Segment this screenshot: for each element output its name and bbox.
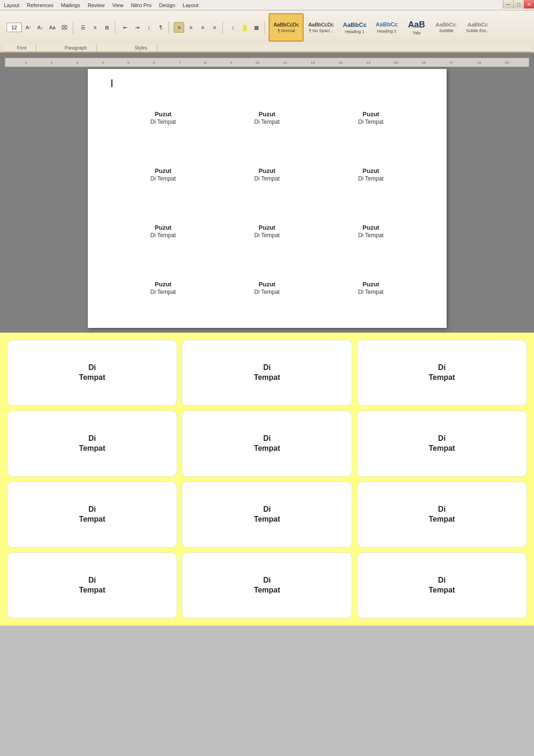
font-size-input[interactable] <box>7 23 22 32</box>
menu-review[interactable]: Review <box>88 2 105 8</box>
borders-btn[interactable]: ▦ <box>251 22 262 33</box>
maximize-btn[interactable]: □ <box>513 0 524 9</box>
style-subtitle-preview: AaBbCc. <box>435 22 457 27</box>
doc-cell-1-2: PuzutDi Tempat <box>319 148 423 205</box>
increase-indent-btn[interactable]: ⇥ <box>132 22 142 33</box>
style-h2-label: Heading 2 <box>377 29 396 34</box>
menu-design[interactable]: Design <box>159 2 175 8</box>
show-para-btn[interactable]: ¶ <box>155 22 166 33</box>
paragraph-section-label: Paragraph <box>36 44 97 52</box>
clear-format-btn[interactable]: ⌧ <box>59 22 70 33</box>
close-btn[interactable]: ✕ <box>524 0 534 9</box>
menu-references[interactable]: References <box>27 2 53 8</box>
sticker-cell-2-2: Di Tempat <box>357 481 527 548</box>
style-subtitle[interactable]: AaBbCc. Subtitle <box>431 13 461 42</box>
style-no-spacing[interactable]: AaBbCcDc ¶ No Spaci... <box>304 13 338 42</box>
doc-cell-subtitle-1-2: Di Tempat <box>358 175 384 182</box>
style-heading2[interactable]: AaBbCc Heading 2 <box>372 13 402 42</box>
font-section-label: Font <box>8 44 36 52</box>
styles-bar: AaBbCcDc ¶ Normal AaBbCcDc ¶ No Spaci...… <box>267 12 495 43</box>
sticker-text-3-2: Di Tempat <box>429 576 455 595</box>
menu-layout[interactable]: Layout <box>4 2 19 8</box>
text-cursor <box>111 79 112 87</box>
sticker-text-1-0: Di Tempat <box>79 434 105 454</box>
sticker-row-3: Di TempatDi TempatDi Tempat <box>5 550 529 621</box>
menu-bar: Layout References Mailings Review View N… <box>0 0 534 10</box>
align-center-btn[interactable]: ≡ <box>186 22 196 33</box>
window-controls: ─ □ ✕ <box>503 0 534 9</box>
doc-cell-0-2: PuzutDi Tempat <box>319 92 423 148</box>
doc-cell-title-1-2: Puzut <box>363 167 379 174</box>
sticker-row-2: Di TempatDi TempatDi Tempat <box>5 479 529 550</box>
numbering-btn[interactable]: ≡ <box>90 22 100 33</box>
sticker-text-0-2: Di Tempat <box>429 363 455 383</box>
doc-cell-0-1: PuzutDi Tempat <box>215 92 319 148</box>
doc-cell-1-1: PuzutDi Tempat <box>215 148 319 205</box>
doc-cell-title-2-2: Puzut <box>363 224 379 231</box>
style-subtle-em[interactable]: AaBbCc Subtle Em... <box>462 13 493 42</box>
minimize-btn[interactable]: ─ <box>503 0 513 9</box>
doc-page[interactable]: PuzutDi TempatPuzutDi TempatPuzutDi Temp… <box>88 69 447 328</box>
sticker-area: Di TempatDi TempatDi TempatDi TempatDi T… <box>0 333 534 626</box>
font-case-btn[interactable]: Aa <box>47 22 58 33</box>
menu-layout2[interactable]: Layout <box>183 2 198 8</box>
styles-section-label: Styles <box>97 44 157 52</box>
sticker-cell-0-2: Di Tempat <box>357 340 527 406</box>
sticker-cell-2-0: Di Tempat <box>7 481 177 548</box>
style-subtleem-label: Subtle Em... <box>466 28 489 33</box>
style-title-preview: AaB <box>408 20 425 30</box>
style-h1-label: Heading 1 <box>345 29 364 34</box>
style-normal-preview: AaBbCcDc <box>273 22 299 27</box>
doc-cell-0-0: PuzutDi Tempat <box>111 92 215 148</box>
style-heading1[interactable]: AaBbCc Heading 1 <box>339 13 371 42</box>
doc-cell-title-3-2: Puzut <box>363 281 379 288</box>
doc-cell-2-0: PuzutDi Tempat <box>111 205 215 262</box>
menu-nitropro[interactable]: Nitro Pro <box>131 2 151 8</box>
doc-cell-subtitle-2-2: Di Tempat <box>358 232 384 239</box>
doc-cell-title-3-1: Puzut <box>259 281 275 288</box>
sticker-row-0: Di TempatDi TempatDi Tempat <box>5 337 529 408</box>
doc-cell-title-2-1: Puzut <box>259 224 275 231</box>
font-size-group: A↑ A↓ Aa ⌧ <box>4 21 73 34</box>
document-label-grid: PuzutDi TempatPuzutDi TempatPuzutDi Temp… <box>111 92 423 318</box>
sticker-cell-3-0: Di Tempat <box>7 552 177 619</box>
doc-cell-2-2: PuzutDi Tempat <box>319 205 423 262</box>
sticker-cell-0-1: Di Tempat <box>182 340 352 406</box>
multilevel-btn[interactable]: ⊞ <box>102 22 112 33</box>
sticker-grid: Di TempatDi TempatDi TempatDi TempatDi T… <box>5 337 529 621</box>
doc-area: ·1· 2·3 ·4· 5·6 ·7· 8·9 ·10· 11·12 ·13· … <box>0 53 534 333</box>
style-title-label: Title <box>413 31 421 35</box>
sticker-text-1-1: Di Tempat <box>254 434 280 454</box>
shading-btn[interactable]: ▓ <box>239 22 250 33</box>
menu-mailings[interactable]: Mailings <box>61 2 80 8</box>
doc-cell-title-1-1: Puzut <box>259 167 275 174</box>
shrink-font-btn[interactable]: A↓ <box>35 22 45 33</box>
sticker-cell-1-1: Di Tempat <box>182 411 352 477</box>
doc-cell-subtitle-3-0: Di Tempat <box>151 289 176 295</box>
menu-view[interactable]: View <box>112 2 124 8</box>
grow-font-btn[interactable]: A↑ <box>23 22 34 33</box>
style-title[interactable]: AaB Title <box>402 13 431 42</box>
sticker-cell-3-2: Di Tempat <box>357 552 527 619</box>
line-spacing-btn[interactable]: ↕ <box>228 22 238 33</box>
style-subtleem-preview: AaBbCc <box>467 22 488 27</box>
justify-btn[interactable]: ≡ <box>209 22 220 33</box>
align-left-btn[interactable]: ≡ <box>174 22 184 33</box>
doc-cell-3-0: PuzutDi Tempat <box>111 262 215 318</box>
sort-btn[interactable]: ↕ <box>144 22 154 33</box>
sticker-text-3-1: Di Tempat <box>254 576 280 595</box>
align-right-btn[interactable]: ≡ <box>197 22 208 33</box>
decrease-indent-btn[interactable]: ⇤ <box>120 22 130 33</box>
sticker-text-2-0: Di Tempat <box>79 505 105 524</box>
doc-cell-subtitle-0-2: Di Tempat <box>358 119 384 125</box>
style-subtitle-label: Subtitle <box>439 28 453 33</box>
bullets-btn[interactable]: ☰ <box>78 22 88 33</box>
doc-cell-title-0-0: Puzut <box>155 111 171 118</box>
sticker-cell-0-0: Di Tempat <box>7 340 177 406</box>
doc-cell-title-3-0: Puzut <box>155 281 171 288</box>
doc-cell-3-1: PuzutDi Tempat <box>215 262 319 318</box>
ribbon: A↑ A↓ Aa ⌧ ☰ ≡ ⊞ ⇤ ⇥ ↕ ¶ ≡ ≡ ≡ ≡ ↕ ▓ ▦ <box>0 10 534 53</box>
style-normal[interactable]: AaBbCcDc ¶ Normal <box>269 13 304 42</box>
sticker-text-0-0: Di Tempat <box>79 363 105 383</box>
sticker-text-1-2: Di Tempat <box>429 434 455 454</box>
